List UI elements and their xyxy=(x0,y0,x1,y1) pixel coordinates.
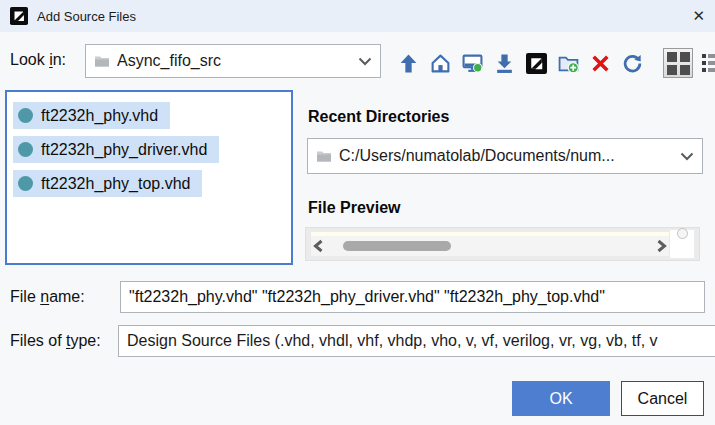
folder-icon xyxy=(316,150,332,163)
look-in-combobox[interactable]: Async_fifo_src xyxy=(85,44,381,78)
scroll-right-icon[interactable] xyxy=(653,239,669,253)
close-icon[interactable]: ✕ xyxy=(677,0,705,32)
preview-horizontal-scrollbar[interactable] xyxy=(311,236,669,256)
folder-icon xyxy=(94,55,110,68)
vhdl-file-icon xyxy=(18,142,33,157)
create-new-folder-icon[interactable] xyxy=(558,53,579,74)
ok-button[interactable]: OK xyxy=(512,381,610,416)
file-name-label: ft2232h_phy_top.vhd xyxy=(41,175,190,193)
file-name-label: ft2232h_phy.vhd xyxy=(41,107,158,125)
recent-directories-heading: Recent Directories xyxy=(308,108,449,126)
project-directory-icon[interactable] xyxy=(526,53,547,74)
scrollbar-track[interactable] xyxy=(327,236,653,256)
file-list-panel[interactable]: ft2232h_phy.vhd ft2232h_phy_driver.vhd f… xyxy=(5,90,293,265)
file-list-item[interactable]: ft2232h_phy.vhd xyxy=(13,102,170,129)
list-view-button[interactable] xyxy=(702,53,715,73)
delete-icon[interactable] xyxy=(590,53,611,74)
recent-directory-value: C:/Users/numatolab/Documents/num... xyxy=(339,147,615,165)
recent-directories-combobox[interactable]: C:/Users/numatolab/Documents/num... xyxy=(307,138,703,174)
recent-directories-icon[interactable] xyxy=(494,53,515,74)
file-preview-heading: File Preview xyxy=(308,199,401,217)
preview-vertical-scrollbar[interactable] xyxy=(670,230,694,258)
files-of-type-combobox[interactable]: Design Source Files (.vhd, vhdl, vhf, vh… xyxy=(118,325,715,357)
refresh-icon[interactable] xyxy=(622,53,643,74)
vivado-logo-icon xyxy=(10,7,28,25)
files-of-type-value: Design Source Files (.vhd, vhdl, vhf, vh… xyxy=(127,332,658,350)
file-dialog-toolbar xyxy=(398,46,715,80)
look-in-label: Look in: xyxy=(10,51,66,69)
file-list-item[interactable]: ft2232h_phy_top.vhd xyxy=(13,170,202,197)
view-mode-group xyxy=(663,48,715,78)
look-in-value: Async_fifo_src xyxy=(117,52,221,70)
cancel-button[interactable]: Cancel xyxy=(621,381,704,416)
vhdl-file-icon xyxy=(18,176,33,191)
file-name-label: ft2232h_phy_driver.vhd xyxy=(41,141,207,159)
add-source-files-dialog: Add Source Files ✕ Look in: Async_fifo_s… xyxy=(0,0,715,425)
file-list-item[interactable]: ft2232h_phy_driver.vhd xyxy=(13,136,219,163)
vhdl-file-icon xyxy=(18,108,33,123)
scrollbar-nub xyxy=(677,228,688,239)
file-name-input[interactable] xyxy=(120,281,705,313)
chevron-down-icon xyxy=(674,152,694,161)
scroll-left-icon[interactable] xyxy=(311,239,327,253)
grid-view-button[interactable] xyxy=(663,48,693,78)
title-bar: Add Source Files ✕ xyxy=(0,0,715,32)
window-title: Add Source Files xyxy=(37,9,136,24)
desktop-icon[interactable] xyxy=(462,53,483,74)
file-name-field-label: File name: xyxy=(10,288,85,306)
scrollbar-thumb[interactable] xyxy=(343,241,451,251)
files-of-type-label: Files of type: xyxy=(10,332,101,350)
up-one-level-icon[interactable] xyxy=(398,53,419,74)
chevron-down-icon xyxy=(352,57,372,66)
file-preview-pane xyxy=(305,227,700,261)
home-icon[interactable] xyxy=(430,53,451,74)
